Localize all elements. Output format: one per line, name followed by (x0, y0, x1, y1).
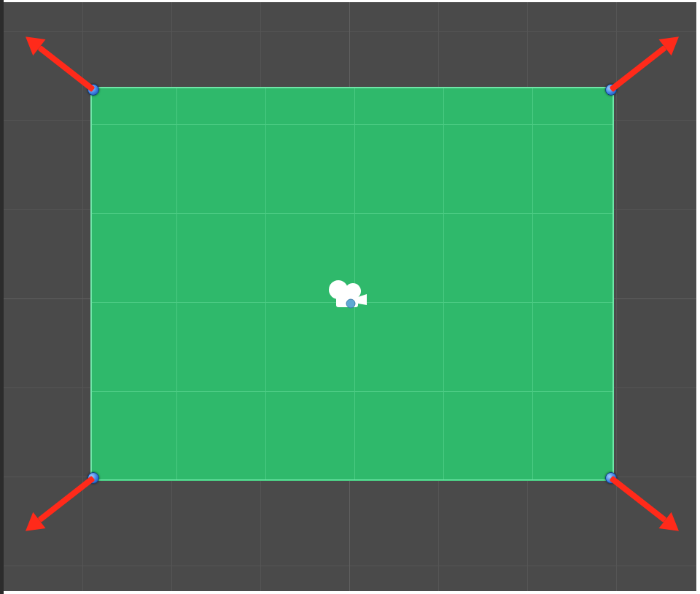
anchor-top-left[interactable] (88, 84, 99, 96)
grid-line-horizontal (4, 31, 696, 32)
panel-grid-line-horizontal (92, 480, 612, 481)
panel-grid-line-vertical (176, 88, 177, 479)
anchor-bottom-left[interactable] (88, 472, 99, 484)
panel-grid-line-horizontal (92, 391, 612, 392)
anchor-bottom-right[interactable] (605, 472, 617, 484)
grid-line-vertical (82, 2, 83, 591)
svg-point-3 (346, 299, 355, 308)
scene-viewport[interactable] (4, 2, 696, 591)
panel-grid-line-horizontal (92, 213, 612, 214)
anchor-top-right[interactable] (605, 84, 617, 96)
camera-gizmo-icon[interactable] (327, 279, 371, 318)
outer-frame-left (0, 0, 4, 594)
panel-grid-line-vertical (443, 88, 444, 479)
panel-grid-line-vertical (265, 88, 266, 479)
panel-grid-line-vertical (532, 88, 533, 479)
panel-grid-line-horizontal (92, 124, 612, 125)
grid-line-horizontal (4, 566, 696, 566)
